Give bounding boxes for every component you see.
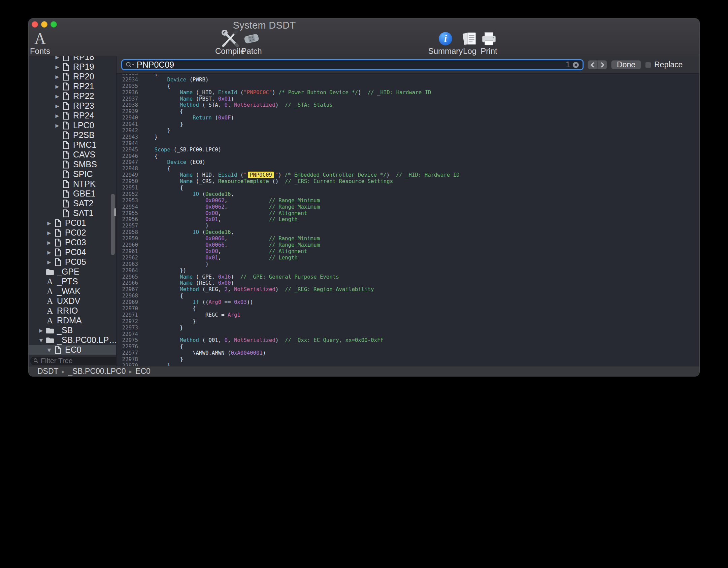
breadcrumb-item[interactable]: _SB.PC00.LPC0 (68, 367, 126, 376)
disclosure-collapsed-icon[interactable]: ▶ (54, 74, 61, 79)
tree-item-_sb[interactable]: ▶_SB (29, 325, 116, 335)
find-input[interactable] (137, 60, 564, 70)
tree-item-sat1[interactable]: SAT1 (29, 208, 116, 218)
disclosure-collapsed-icon[interactable]: ▶ (54, 123, 61, 128)
print-printer-icon (481, 31, 497, 46)
line-number: 22969 (117, 299, 138, 306)
line-number: 22979 (117, 363, 138, 366)
filter-tree-input[interactable] (41, 357, 117, 365)
disclosure-expanded-icon[interactable]: ▼ (37, 338, 45, 343)
tree-item-sat2[interactable]: SAT2 (29, 199, 116, 208)
sidebar-scrollbar-thumb[interactable] (111, 194, 115, 255)
line-number: 22939 (117, 108, 138, 115)
disclosure-collapsed-icon[interactable]: ▶ (54, 94, 61, 99)
replace-checkbox[interactable] (645, 62, 651, 68)
tree-item-rp23[interactable]: ▶RP23 (29, 101, 116, 111)
code-line: 22959 0x0066, // Range Minimum (117, 236, 699, 242)
tree-item-smbs[interactable]: SMBS (29, 159, 116, 169)
disclosure-collapsed-icon[interactable]: ▶ (45, 230, 53, 236)
tree-item-rp18[interactable]: ▶RP18 (29, 56, 116, 62)
search-field[interactable]: 1 (121, 59, 584, 70)
code-line: 22961 0x00, // Alignment (117, 248, 699, 255)
tree-item-pc05[interactable]: ▶PC05 (29, 257, 116, 267)
code-line: 22974 (117, 331, 699, 338)
tree-item-rrio[interactable]: ARRIO (29, 306, 116, 316)
tree-item-rp20[interactable]: ▶RP20 (29, 72, 116, 81)
tree-item-_pts[interactable]: A_PTS (29, 277, 116, 286)
tree-item-pmc1[interactable]: PMC1 (29, 140, 116, 150)
tree-item-spic[interactable]: SPIC (29, 169, 116, 179)
breadcrumb-item[interactable]: DSDT (37, 367, 59, 376)
tree-item-rp22[interactable]: ▶RP22 (29, 91, 116, 101)
tree-item-pc02[interactable]: ▶PC02 (29, 228, 116, 238)
code-line: 22967 Method (_REG, 2, NotSerialized) //… (117, 286, 699, 293)
tree-item-pc04[interactable]: ▶PC04 (29, 247, 116, 257)
fonts-toolbar-button[interactable]: A Fonts (29, 31, 51, 56)
doc-icon-wrap (53, 346, 63, 354)
window-title: System DSDT (29, 20, 500, 31)
tree-item-gbe1[interactable]: GBE1 (29, 189, 116, 199)
doc-icon-wrap (53, 258, 63, 266)
tree-item-uxdv[interactable]: AUXDV (29, 296, 116, 306)
find-next-button[interactable] (597, 61, 607, 69)
folder-icon (46, 337, 54, 344)
code-line: 22977 \AMW0.AMWN (0xA0040001) (117, 350, 699, 356)
breadcrumb-item[interactable]: EC0 (135, 367, 151, 376)
tree-item-_sbpc00lp[interactable]: ▼_SB.PC00.LP… (29, 335, 116, 345)
tree-item-lpc0[interactable]: ▶LPC0 (29, 120, 116, 130)
sidebar-tree: ▶RP18▶RP19▶RP20▶RP21▶RP22▶RP23▶RP24▶LPC0… (29, 56, 116, 355)
find-previous-button[interactable] (588, 61, 597, 69)
tree-item-_wak[interactable]: A_WAK (29, 286, 116, 296)
line-number: 22963 (117, 261, 138, 268)
tree-item-_gpe[interactable]: _GPE (29, 267, 116, 277)
disclosure-collapsed-icon[interactable]: ▶ (54, 56, 61, 60)
line-number: 22949 (117, 172, 138, 178)
titlebar[interactable]: System DSDT (29, 19, 699, 31)
code-line: 22940 Return (0x0F) (117, 115, 699, 121)
summary-toolbar-button[interactable]: i Summary (431, 31, 460, 56)
code-line-text: { (142, 306, 196, 312)
window-chrome: System DSDT A Fonts Compile (29, 19, 699, 56)
disclosure-collapsed-icon[interactable]: ▶ (54, 103, 61, 109)
tree-item-p2sb[interactable]: P2SB (29, 130, 116, 140)
line-number: 22947 (117, 159, 138, 166)
replace-toggle[interactable]: Replace (645, 60, 683, 69)
patch-toolbar-button[interactable]: Patch (239, 31, 264, 56)
log-label: Log (463, 47, 476, 56)
log-toolbar-button[interactable]: Log (460, 31, 479, 56)
disclosure-collapsed-icon[interactable]: ▶ (37, 328, 45, 333)
code-line-text: Name (_HID, EisaId ("PNP0C09") /* Embedd… (142, 172, 460, 178)
tree-item-cavs[interactable]: CAVS (29, 150, 116, 159)
tree-item-rp24[interactable]: ▶RP24 (29, 111, 116, 120)
tree-item-ec0[interactable]: ▼EC0 (29, 345, 116, 355)
code-line-text: IO (Decode16, (142, 191, 234, 198)
code-line-text: }) (142, 268, 186, 274)
method-icon-wrap: A (45, 287, 55, 295)
tree-item-label: SPIC (73, 169, 93, 179)
filter-field[interactable] (30, 357, 117, 365)
disclosure-collapsed-icon[interactable]: ▶ (45, 250, 53, 255)
disclosure-collapsed-icon[interactable]: ▶ (45, 240, 53, 245)
print-toolbar-button[interactable]: Print (478, 31, 499, 56)
tree-item-ntpk[interactable]: NTPK (29, 179, 116, 189)
disclosure-expanded-icon[interactable]: ▼ (45, 347, 53, 353)
splitter-handle[interactable] (114, 208, 116, 216)
line-number: 22936 (117, 90, 138, 96)
code-line-text: Device (PWRB) (142, 77, 208, 83)
done-button[interactable]: Done (611, 60, 641, 69)
tree-item-rp19[interactable]: ▶RP19 (29, 62, 116, 72)
disclosure-collapsed-icon[interactable]: ▶ (54, 64, 61, 70)
code-line-text: } (142, 121, 183, 128)
tree-item-pc01[interactable]: ▶PC01 (29, 218, 116, 228)
doc-icon-wrap (61, 121, 71, 130)
disclosure-collapsed-icon[interactable]: ▶ (45, 259, 53, 265)
clear-search-icon[interactable] (572, 61, 580, 69)
tree-item-pc03[interactable]: ▶PC03 (29, 238, 116, 247)
disclosure-collapsed-icon[interactable]: ▶ (54, 113, 61, 118)
code-editor[interactable]: 22933 {22934 Device (PWRB)22935 {22936 N… (117, 74, 699, 366)
tree-item-rp21[interactable]: ▶RP21 (29, 81, 116, 91)
tree-item-rdma[interactable]: ARDMA (29, 316, 116, 325)
line-number: 22940 (117, 115, 138, 121)
disclosure-collapsed-icon[interactable]: ▶ (54, 84, 61, 89)
disclosure-collapsed-icon[interactable]: ▶ (45, 220, 53, 226)
